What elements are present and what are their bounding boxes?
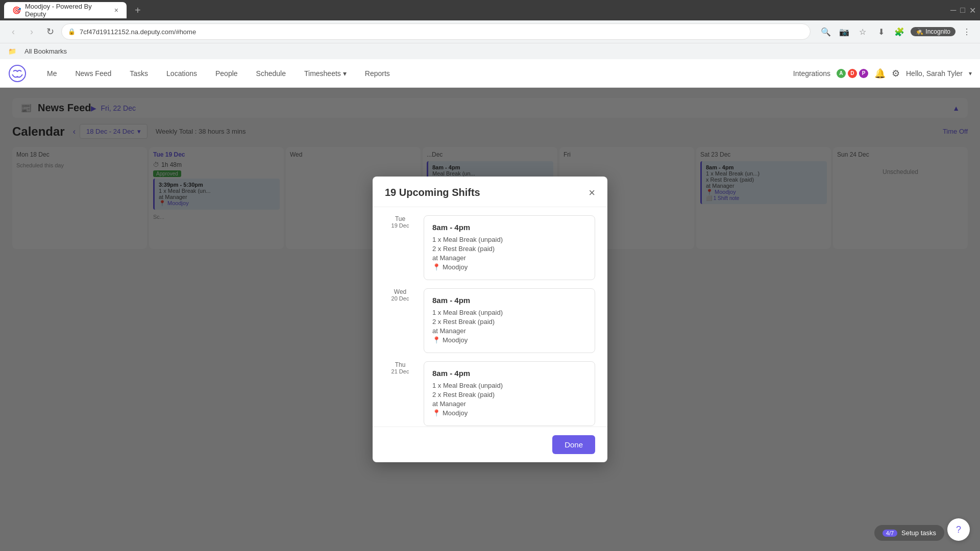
nav-schedule[interactable]: Schedule xyxy=(248,65,294,82)
integration-dot-green: A xyxy=(837,69,846,78)
menu-button[interactable]: ⋮ xyxy=(960,24,974,39)
modal-header: 19 Upcoming Shifts × xyxy=(373,177,607,207)
integration-dots: A D P xyxy=(837,69,868,78)
shift-info-card-1: 8am - 4pm 1 x Meal Break (unpaid) 2 x Re… xyxy=(424,215,595,280)
search-button[interactable]: 🔍 xyxy=(819,24,833,39)
app-logo xyxy=(8,64,27,83)
location-text-3: Moodjoy xyxy=(443,409,468,417)
integration-dot-red: D xyxy=(848,69,857,78)
refresh-button[interactable]: ↻ xyxy=(43,24,57,39)
extensions-button[interactable]: 🧩 xyxy=(892,24,906,39)
shift-detail1-1: 1 x Meal Break (unpaid) xyxy=(432,236,586,243)
setup-label: Setup tasks xyxy=(901,529,936,537)
tab-title: Moodjoy - Powered By Deputy xyxy=(25,3,106,18)
download-button[interactable]: ⬇ xyxy=(874,24,888,39)
camera-button[interactable]: 📷 xyxy=(837,24,851,39)
tab-favicon: 🎯 xyxy=(12,6,21,14)
shift-time-3: 8am - 4pm xyxy=(432,369,586,378)
shift-info-card-3: 8am - 4pm 1 x Meal Break (unpaid) 2 x Re… xyxy=(424,361,595,426)
shift-date-col-1: Tue 19 Dec xyxy=(385,215,415,280)
shift-role-1: at Manager xyxy=(432,254,586,262)
shift-date-col-3: Thu 21 Dec xyxy=(385,361,415,426)
back-button[interactable]: ‹ xyxy=(6,24,20,39)
nav-people[interactable]: People xyxy=(207,65,246,82)
settings-gear-icon[interactable]: ⚙ xyxy=(892,68,900,79)
nav-me[interactable]: Me xyxy=(39,65,65,82)
svg-point-0 xyxy=(9,65,26,82)
incognito-icon: 🕵 xyxy=(916,28,923,35)
incognito-badge: 🕵 Incognito xyxy=(911,27,955,36)
shift-time-2: 8am - 4pm xyxy=(432,296,586,305)
lock-icon: 🔒 xyxy=(68,28,76,35)
address-bar[interactable]: 🔒 7cf47d19112152.na.deputy.com/#home xyxy=(61,23,811,40)
shift-day-3: Thu xyxy=(385,361,415,368)
main-content: 📰 News Feed ▶ Fri, 22 Dec ▲ Calendar ‹ 1… xyxy=(0,88,980,551)
shift-date-1: 19 Dec xyxy=(385,222,415,229)
setup-tasks-bar[interactable]: 4/7 Setup tasks xyxy=(874,525,944,541)
notification-bell-icon[interactable]: 🔔 xyxy=(874,68,886,79)
nav-tasks[interactable]: Tasks xyxy=(121,65,156,82)
location-pin-icon-1: 📍 xyxy=(432,263,440,271)
minimize-button[interactable]: ─ xyxy=(950,6,956,15)
shift-location-3: 📍 Moodjoy xyxy=(432,409,586,417)
shift-detail2-1: 2 x Rest Break (paid) xyxy=(432,245,586,253)
timesheets-chevron-icon: ▾ xyxy=(343,69,347,78)
shift-detail2-3: 2 x Rest Break (paid) xyxy=(432,391,586,398)
setup-count: 4/7 xyxy=(883,530,897,537)
shift-detail1-2: 1 x Meal Break (unpaid) xyxy=(432,309,586,316)
location-text-2: Moodjoy xyxy=(443,336,468,344)
nav-timesheets[interactable]: Timesheets ▾ xyxy=(296,65,355,82)
done-button[interactable]: Done xyxy=(552,435,595,454)
bookmarks-bar: 📁 All Bookmarks xyxy=(0,43,980,59)
shift-date-2: 20 Dec xyxy=(385,295,415,302)
integration-dot-purple: P xyxy=(859,69,868,78)
app-container: Me News Feed Tasks Locations People Sche… xyxy=(0,59,980,551)
nav-locations[interactable]: Locations xyxy=(158,65,205,82)
user-greeting[interactable]: Hello, Sarah Tyler xyxy=(906,69,963,78)
bookmarks-label: All Bookmarks xyxy=(24,47,67,55)
browser-chrome: 🎯 Moodjoy - Powered By Deputy × + ─ □ ✕ … xyxy=(0,0,980,59)
modal-shift-row-1: Tue 19 Dec 8am - 4pm 1 x Meal Break (unp… xyxy=(385,215,595,280)
modal-shift-row-2: Wed 20 Dec 8am - 4pm 1 x Meal Break (unp… xyxy=(385,288,595,353)
url-text: 7cf47d19112152.na.deputy.com/#home xyxy=(80,28,196,36)
app-header: Me News Feed Tasks Locations People Sche… xyxy=(0,59,980,88)
modal-overlay: 19 Upcoming Shifts × Tue 19 Dec 8am - 4p… xyxy=(0,88,980,551)
user-chevron-icon[interactable]: ▾ xyxy=(969,70,972,77)
tab-close-icon[interactable]: × xyxy=(114,6,118,14)
maximize-button[interactable]: □ xyxy=(960,6,965,15)
shift-detail2-2: 2 x Rest Break (paid) xyxy=(432,318,586,325)
shift-day-2: Wed xyxy=(385,288,415,295)
browser-actions: 🔍 📷 ☆ ⬇ 🧩 🕵 Incognito ⋮ xyxy=(819,24,974,39)
bookmarks-folder-icon: 📁 xyxy=(8,47,16,55)
shift-detail1-3: 1 x Meal Break (unpaid) xyxy=(432,382,586,389)
close-window-button[interactable]: ✕ xyxy=(969,6,976,15)
shift-info-card-2: 8am - 4pm 1 x Meal Break (unpaid) 2 x Re… xyxy=(424,288,595,353)
shift-role-2: at Manager xyxy=(432,327,586,335)
forward-button[interactable]: › xyxy=(24,24,39,39)
location-pin-icon-3: 📍 xyxy=(432,409,440,417)
app-nav: Me News Feed Tasks Locations People Sche… xyxy=(39,65,781,82)
integrations-label: Integrations xyxy=(793,69,830,78)
nav-news-feed[interactable]: News Feed xyxy=(67,65,119,82)
modal-title: 19 Upcoming Shifts xyxy=(385,187,480,198)
shift-date-3: 21 Dec xyxy=(385,368,415,374)
shift-location-2: 📍 Moodjoy xyxy=(432,336,586,344)
browser-tab[interactable]: 🎯 Moodjoy - Powered By Deputy × xyxy=(4,2,127,18)
bookmark-button[interactable]: ☆ xyxy=(855,24,870,39)
help-button[interactable]: ? xyxy=(947,518,970,541)
incognito-label: Incognito xyxy=(925,28,950,35)
modal-body[interactable]: Tue 19 Dec 8am - 4pm 1 x Meal Break (unp… xyxy=(373,207,607,427)
nav-reports[interactable]: Reports xyxy=(357,65,398,82)
shift-time-1: 8am - 4pm xyxy=(432,223,586,232)
upcoming-shifts-modal: 19 Upcoming Shifts × Tue 19 Dec 8am - 4p… xyxy=(373,177,607,462)
browser-controls: ‹ › ↻ 🔒 7cf47d19112152.na.deputy.com/#ho… xyxy=(0,20,980,43)
new-tab-button[interactable]: + xyxy=(131,5,145,16)
app-header-right: Integrations A D P 🔔 ⚙ Hello, Sarah Tyle… xyxy=(793,68,972,79)
location-text-1: Moodjoy xyxy=(443,263,468,271)
modal-close-button[interactable]: × xyxy=(589,187,595,198)
browser-titlebar: 🎯 Moodjoy - Powered By Deputy × + ─ □ ✕ xyxy=(0,0,980,20)
shift-location-1: 📍 Moodjoy xyxy=(432,263,586,271)
location-pin-icon-2: 📍 xyxy=(432,336,440,344)
shift-role-3: at Manager xyxy=(432,400,586,408)
shift-day-1: Tue xyxy=(385,215,415,222)
